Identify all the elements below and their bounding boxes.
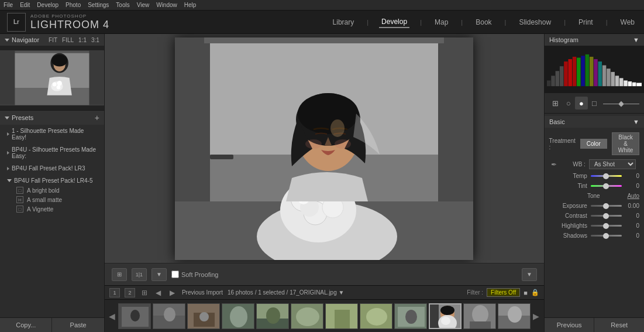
auto-button[interactable]: Auto xyxy=(627,193,639,199)
zoom-3-1[interactable]: 3:1 xyxy=(91,37,99,43)
shadows-control: 0 xyxy=(591,232,639,239)
view-mode-button-2[interactable]: 1|1 xyxy=(132,268,147,281)
filter-value[interactable]: Filters Off xyxy=(487,288,520,297)
preset-item-vignette[interactable]: □ A Vignette xyxy=(0,204,104,214)
highlights-slider[interactable] xyxy=(591,225,622,227)
circle-tool-icon[interactable]: ○ xyxy=(562,97,575,109)
tint-slider-thumb[interactable] xyxy=(603,183,609,189)
menu-photo[interactable]: Photo xyxy=(66,2,81,8)
film-thumb-2[interactable] xyxy=(153,303,185,329)
slider-tool-icon[interactable]: ——◆—— xyxy=(601,97,639,109)
presets-add-button[interactable]: + xyxy=(95,113,99,122)
navigator-preview-svg xyxy=(0,46,104,110)
treatment-color-button[interactable]: Color xyxy=(580,139,607,149)
tab-book[interactable]: Book xyxy=(473,17,494,28)
menu-tools[interactable]: Tools xyxy=(116,2,129,8)
filmstrip-scroll-left[interactable]: ◀ xyxy=(108,301,116,331)
exposure-value: 0.00 xyxy=(624,203,639,209)
film-thumb-11[interactable] xyxy=(463,303,496,329)
preset-group-2-label: BP4U - Silhouette Presets Made Easy: xyxy=(12,146,99,159)
preset-item-small-matte[interactable]: H A small matte xyxy=(0,195,104,204)
navigator-header[interactable]: Navigator FIT FILL 1:1 3:1 xyxy=(0,34,104,46)
zoom-fill[interactable]: FILL xyxy=(62,37,74,43)
menu-settings[interactable]: Settings xyxy=(88,2,109,8)
film-thumb-6[interactable] xyxy=(291,303,323,329)
filmstrip-grid-icon[interactable]: ⊞ xyxy=(140,288,149,297)
filmstrip-images: ◀ xyxy=(105,300,544,332)
dot-tool-icon[interactable]: ● xyxy=(575,97,588,109)
presets-header[interactable]: Presets + xyxy=(0,111,104,125)
histogram-wrapper xyxy=(545,46,644,93)
film-thumb-8[interactable] xyxy=(360,303,392,329)
film-thumb-5[interactable] xyxy=(256,303,289,329)
menu-view[interactable]: View xyxy=(137,2,150,8)
paste-button[interactable]: Paste xyxy=(52,318,104,332)
contrast-slider[interactable] xyxy=(591,215,622,217)
treatment-row: Treatment : Color Black & White xyxy=(545,130,644,158)
menu-file[interactable]: File xyxy=(4,2,13,8)
film-thumb-7[interactable] xyxy=(325,303,358,329)
soft-proofing-checkbox[interactable] xyxy=(171,271,179,278)
preset-group-4-header[interactable]: BP4U Fall Preset Pack! LR4-5 xyxy=(0,176,104,186)
temp-slider-thumb[interactable] xyxy=(603,173,609,179)
film-thumb-10[interactable] xyxy=(429,303,462,329)
menu-help[interactable]: Help xyxy=(184,2,197,8)
svg-rect-4 xyxy=(89,50,104,105)
menu-develop[interactable]: Develop xyxy=(37,2,58,8)
eyedropper-icon[interactable]: ✒ xyxy=(549,160,559,169)
zoom-fit[interactable]: FIT xyxy=(49,37,57,43)
tint-value: 0 xyxy=(624,183,639,189)
histogram-header[interactable]: Histogram ▼ xyxy=(545,34,644,46)
toolbar-dropdown-button[interactable]: ▼ xyxy=(522,268,537,281)
highlights-slider-thumb[interactable] xyxy=(603,223,609,229)
contrast-slider-thumb[interactable] xyxy=(603,213,609,219)
temp-slider[interactable] xyxy=(591,175,622,177)
filmstrip-scroll-right[interactable]: ▶ xyxy=(532,301,540,331)
copy-button[interactable]: Copy... xyxy=(0,318,52,332)
histogram-dropdown-icon[interactable]: ▼ xyxy=(633,36,639,43)
view-dropdown-button[interactable]: ▼ xyxy=(151,268,167,281)
page-1-button[interactable]: 1 xyxy=(109,288,120,297)
contrast-value: 0 xyxy=(624,213,639,219)
tab-develop[interactable]: Develop xyxy=(379,16,409,28)
film-thumb-9[interactable] xyxy=(394,303,427,329)
filter-lock-button[interactable]: 🔒 xyxy=(531,289,539,296)
preset-item-bright-bold[interactable]: □ A bright bold xyxy=(0,186,104,195)
film-thumb-1[interactable] xyxy=(118,303,151,329)
tint-slider[interactable] xyxy=(591,185,622,187)
zoom-1-1[interactable]: 1:1 xyxy=(78,37,87,43)
film-thumb-12[interactable] xyxy=(498,303,531,329)
basic-section-header[interactable]: Basic ▼ xyxy=(545,116,644,128)
wb-select[interactable]: As Shot Auto Daylight Cloudy Custom xyxy=(589,159,636,169)
preset-group-3-header[interactable]: BP4U Fall Preset Pack! LR3 xyxy=(0,163,104,173)
presets-collapse-icon xyxy=(5,117,9,119)
reset-button[interactable]: Reset xyxy=(594,318,644,332)
previous-button[interactable]: Previous xyxy=(545,318,595,332)
square-tool-icon[interactable]: □ xyxy=(588,97,601,109)
exposure-slider[interactable] xyxy=(591,205,622,207)
filter-toggle-button[interactable]: ■ xyxy=(524,289,528,296)
menu-edit[interactable]: Edit xyxy=(20,2,30,8)
tab-library[interactable]: Library xyxy=(330,17,357,28)
page-2-button[interactable]: 2 xyxy=(125,288,135,297)
treatment-bw-button[interactable]: Black & White xyxy=(612,132,640,155)
grid-tool-icon[interactable]: ⊞ xyxy=(549,97,562,109)
film-thumb-4[interactable] xyxy=(222,303,254,329)
preset-group-2-header[interactable]: BP4U - Silhouette Presets Made Easy: xyxy=(0,145,104,161)
tab-map[interactable]: Map xyxy=(432,17,450,28)
svg-rect-81 xyxy=(581,56,584,86)
shadows-slider-thumb[interactable] xyxy=(603,233,609,239)
shadows-slider[interactable] xyxy=(591,235,622,237)
soft-proofing-toggle[interactable]: Soft Proofing xyxy=(171,271,219,278)
menu-window[interactable]: Window xyxy=(156,2,177,8)
view-mode-button[interactable]: ⊞ xyxy=(112,268,127,281)
preset-group-1-header[interactable]: 1 - Silhouette Presets Made Easy! xyxy=(0,126,104,142)
exposure-slider-thumb[interactable] xyxy=(603,203,609,209)
filmstrip-next-arrow[interactable]: ▶ xyxy=(168,288,177,297)
film-thumb-3[interactable] xyxy=(187,303,220,329)
tab-web[interactable]: Web xyxy=(618,17,637,28)
filmstrip-prev-arrow[interactable]: ◀ xyxy=(154,288,163,297)
tab-print[interactable]: Print xyxy=(576,17,595,28)
basic-section-dropdown-icon[interactable]: ▼ xyxy=(633,118,639,125)
tab-slideshow[interactable]: Slideshow xyxy=(516,17,553,28)
